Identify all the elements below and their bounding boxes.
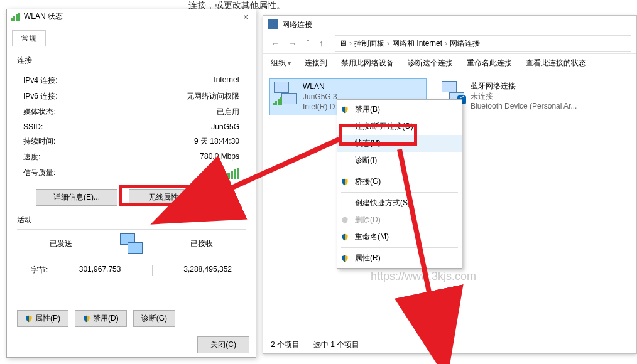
- close-icon[interactable]: ×: [239, 12, 252, 22]
- recv-label: 已接收: [177, 238, 227, 249]
- disable-button[interactable]: 禁用(D): [75, 310, 127, 327]
- properties-button[interactable]: 属性(P): [17, 310, 68, 327]
- activity-icon: [119, 233, 144, 254]
- conn-bt-status: 未连接: [471, 91, 577, 101]
- wlan-title: WLAN 状态: [24, 11, 239, 22]
- duration-value: 9 天 18:44:30: [194, 136, 239, 147]
- history-button[interactable]: ˅: [303, 38, 313, 48]
- toolbar-organize[interactable]: 组织: [271, 58, 291, 68]
- nic-icon: [273, 82, 298, 104]
- ipv4-label: IPv4 连接:: [23, 75, 58, 86]
- statusbar-count: 2 个项目: [271, 340, 300, 350]
- toolbar: 组织 连接到 禁用此网络设备 诊断这个连接 重命名此连接 查看此连接的状态: [263, 53, 636, 72]
- bytes-recv: 3,288,495,352: [183, 265, 232, 276]
- conn-wlan-adapter: Intel(R) D: [303, 102, 337, 112]
- conn-wlan-ssid: JunG5G 3: [303, 92, 337, 102]
- explorer-title: 网络连接: [282, 19, 312, 30]
- ipv4-value: Internet: [214, 75, 239, 86]
- shield-icon: [341, 233, 349, 241]
- ssid-value: JunG5G: [211, 122, 239, 131]
- ctx-status[interactable]: 状态(U): [337, 135, 462, 152]
- ctx-shortcut[interactable]: 创建快捷方式(S): [337, 195, 462, 211]
- section-connection: 连接: [17, 55, 246, 66]
- diagnose-button[interactable]: 诊断(G): [133, 310, 175, 327]
- breadcrumb-icon: 🖥: [339, 39, 347, 48]
- wireless-properties-button[interactable]: 无线属性(W): [129, 189, 210, 206]
- section-activity: 活动: [17, 215, 246, 225]
- details-button[interactable]: 详细信息(E)...: [36, 189, 117, 206]
- toolbar-rename[interactable]: 重命名此连接: [467, 58, 512, 68]
- media-value: 已启用: [217, 107, 239, 117]
- toolbar-view-status[interactable]: 查看此连接的状态: [526, 58, 586, 68]
- crumb-network-connections[interactable]: 网络连接: [450, 38, 480, 49]
- tabstrip: 常规: [12, 29, 251, 46]
- ctx-connect[interactable]: 连接/断开连接(O): [337, 118, 462, 135]
- conn-bt-adapter: Bluetooth Device (Personal Ar...: [471, 101, 577, 111]
- ipv6-label: IPv6 连接:: [23, 91, 58, 102]
- toolbar-diagnose[interactable]: 诊断这个连接: [408, 58, 453, 68]
- signal-label: 信号质量:: [23, 168, 55, 179]
- statusbar-selected: 选中 1 个项目: [313, 340, 359, 350]
- statusbar: 2 个项目 选中 1 个项目: [263, 336, 636, 353]
- breadcrumb[interactable]: 🖥› 控制面板› 网络和 Internet› 网络连接: [335, 35, 631, 52]
- ctx-rename[interactable]: 重命名(M): [337, 228, 462, 245]
- ctx-properties[interactable]: 属性(R): [337, 250, 462, 267]
- conn-wlan-name: WLAN: [303, 82, 337, 92]
- speed-value: 780.0 Mbps: [200, 152, 239, 163]
- sent-label: 已发送: [36, 238, 86, 249]
- up-button[interactable]: ↑: [317, 38, 326, 48]
- crumb-network-internet[interactable]: 网络和 Internet: [392, 38, 442, 49]
- activity-row: 已发送 — — 已接收: [7, 233, 256, 254]
- ctx-disable[interactable]: 禁用(B): [337, 101, 462, 118]
- shield-icon: [83, 315, 90, 323]
- back-button[interactable]: ←: [268, 38, 282, 48]
- shield-icon: [25, 315, 33, 323]
- context-menu: 禁用(B) 连接/断开连接(O) 状态(U) 诊断(I) 桥接(G) 创建快捷方…: [337, 99, 462, 269]
- conn-bt-name: 蓝牙网络连接: [471, 81, 577, 91]
- bytes-label: 字节:: [31, 265, 48, 276]
- shield-icon: [341, 106, 349, 114]
- signal-icon: [11, 13, 20, 21]
- speed-label: 速度:: [23, 152, 40, 163]
- ctx-diagnose[interactable]: 诊断(I): [337, 152, 462, 169]
- tab-general[interactable]: 常规: [12, 30, 46, 46]
- wlan-titlebar: WLAN 状态 ×: [7, 9, 256, 24]
- toolbar-disable[interactable]: 禁用此网络设备: [341, 58, 394, 68]
- wlan-status-dialog: WLAN 状态 × 常规 连接 IPv4 连接:Internet IPv6 连接…: [6, 9, 256, 358]
- shield-icon: [341, 217, 349, 224]
- toolbar-connect[interactable]: 连接到: [305, 58, 327, 68]
- ctx-delete: 删除(D): [337, 211, 462, 228]
- shield-icon: [341, 178, 349, 186]
- shield-icon: [341, 255, 349, 262]
- ctx-bridge[interactable]: 桥接(G): [337, 173, 462, 190]
- media-label: 媒体状态:: [23, 107, 55, 117]
- window-icon: [268, 19, 278, 29]
- ipv6-value: 无网络访问权限: [187, 91, 239, 102]
- ssid-label: SSID:: [23, 122, 43, 131]
- explorer-nav: ← → ˅ ↑ 🖥› 控制面板› 网络和 Internet› 网络连接: [263, 33, 636, 53]
- explorer-titlebar: 网络连接: [263, 16, 636, 33]
- signal-quality-icon: [224, 168, 239, 179]
- crumb-control-panel[interactable]: 控制面板: [354, 38, 384, 49]
- bytes-sent: 301,967,753: [79, 265, 121, 276]
- duration-label: 持续时间:: [23, 136, 55, 147]
- signal-icon: [273, 97, 282, 105]
- forward-button[interactable]: →: [286, 38, 300, 48]
- close-button[interactable]: 关闭(C): [197, 336, 249, 353]
